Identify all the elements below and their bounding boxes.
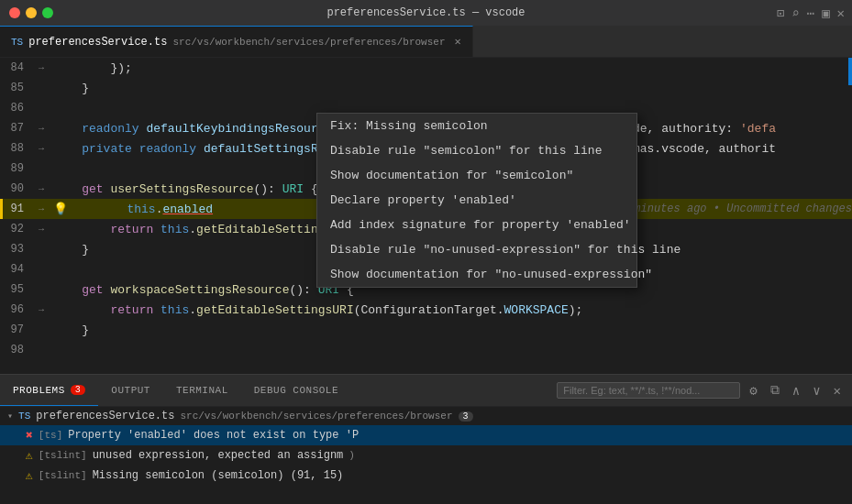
panel-filter-area: ⚙ ⧉ ∧ ∨ ✕: [557, 375, 852, 406]
problem-row-warn1[interactable]: ⚠ [tslint] unused expression, expected a…: [0, 445, 852, 466]
quick-fix-item-4[interactable]: Add index signature for property 'enable…: [317, 213, 636, 237]
problems-filename: preferencesService.ts: [36, 410, 174, 422]
active-tab[interactable]: TS preferencesService.ts src/vs/workbenc…: [0, 26, 473, 57]
code-line-97: 97 }: [0, 320, 852, 340]
line-number: 96: [0, 303, 39, 316]
error-line-marker: [0, 199, 3, 219]
quick-fix-item-2[interactable]: Show documentation for "semicolon": [317, 163, 636, 188]
line-arrow: →: [39, 204, 53, 214]
maximize-traffic-light[interactable]: [42, 7, 53, 18]
line-number: 98: [0, 344, 39, 356]
tab-problems[interactable]: PROBLEMS 3: [0, 375, 98, 406]
warn-icon-1: ⚠: [26, 448, 33, 463]
line-arrow: →: [39, 225, 53, 235]
warn-icon-2: ⚠: [26, 468, 33, 483]
editor-area: 84→ });85 }8687→ readonly defaultKeybind…: [0, 58, 852, 374]
line-number: 87: [0, 122, 39, 135]
tab-filepath: src/vs/workbench/services/preferences/br…: [172, 37, 445, 48]
warn2-source-tag: [tslint]: [39, 470, 87, 481]
quick-fix-menu: Fix: Missing semicolonDisable rule "semi…: [316, 113, 637, 288]
problem-row-error[interactable]: ✖ [ts] Property 'enabled' does not exist…: [0, 425, 852, 445]
scroll-up-icon[interactable]: ∧: [789, 383, 803, 399]
file-type-icon: TS: [18, 411, 30, 422]
panel: PROBLEMS 3 OUTPUT TERMINAL DEBUG CONSOLE…: [0, 374, 852, 504]
terminal-label: TERMINAL: [176, 385, 228, 396]
line-arrow: →: [39, 124, 53, 134]
quick-fix-item-6[interactable]: Show documentation for "no-unused-expres…: [317, 262, 636, 287]
window-actions: ⊡ ⌕ ⋯ ▣ ✕: [777, 5, 845, 21]
collapse-file-icon[interactable]: ▾: [7, 411, 13, 422]
problems-file-badge: 3: [459, 411, 473, 422]
warn1-suffix: ): [349, 450, 355, 461]
ts-file-icon: TS: [11, 37, 23, 48]
code-line-96: 96→ return this.getEditableSettingsURI(C…: [0, 300, 852, 320]
line-arrow: →: [39, 144, 53, 154]
toggle-search-icon[interactable]: ⌕: [791, 5, 799, 21]
line-number: 95: [0, 283, 39, 296]
line-number: 91: [0, 203, 39, 215]
tab-close-button[interactable]: ✕: [455, 35, 461, 49]
tab-bar: TS preferencesService.ts src/vs/workbenc…: [0, 26, 852, 58]
warn1-message: unused expression, expected an assignm: [93, 449, 344, 462]
problems-badge: 3: [71, 385, 86, 395]
panel-tab-bar: PROBLEMS 3 OUTPUT TERMINAL DEBUG CONSOLE…: [0, 375, 852, 407]
warn2-message: Missing semicolon (semicolon) (91, 15): [93, 469, 344, 482]
line-number: 86: [0, 102, 39, 115]
code-line-85: 85 }: [0, 78, 852, 98]
line-number: 93: [0, 243, 39, 256]
close-panel-icon[interactable]: ✕: [830, 383, 845, 399]
more-actions-icon[interactable]: ⋯: [807, 5, 814, 21]
line-number: 88: [0, 142, 39, 155]
problem-row-warn2[interactable]: ⚠ [tslint] Missing semicolon (semicolon)…: [0, 466, 852, 486]
output-label: OUTPUT: [111, 385, 150, 396]
line-number: 85: [0, 82, 39, 94]
filter-input[interactable]: [557, 382, 740, 399]
line-code: }: [53, 323, 852, 337]
error-message: Property 'enabled' does not exist on typ…: [68, 429, 359, 442]
error-source-tag: [ts]: [39, 430, 62, 441]
tab-terminal[interactable]: TERMINAL: [163, 375, 241, 406]
problems-area: ▾ TS preferencesService.ts src/vs/workbe…: [0, 407, 852, 504]
problems-file-path: src/vs/workbench/services/preferences/br…: [180, 411, 452, 422]
line-number: 94: [0, 263, 39, 276]
quick-fix-item-0[interactable]: Fix: Missing semicolon: [317, 114, 636, 138]
line-code: return this.getEditableSettingsURI(Confi…: [53, 303, 852, 317]
tab-filename: preferencesService.ts: [28, 36, 167, 49]
tab-output[interactable]: OUTPUT: [98, 375, 163, 406]
close-editor-icon[interactable]: ✕: [837, 5, 845, 21]
code-line-84: 84→ });: [0, 58, 852, 78]
quick-fix-item-3[interactable]: Declare property 'enabled': [317, 188, 636, 213]
line-number: 90: [0, 182, 39, 195]
collapse-all-icon[interactable]: ⧉: [767, 383, 783, 398]
lightbulb-icon[interactable]: 💡: [53, 202, 68, 216]
problems-file-row: ▾ TS preferencesService.ts src/vs/workbe…: [0, 407, 852, 425]
scroll-down-icon[interactable]: ∨: [809, 383, 824, 399]
debug-console-label: DEBUG CONSOLE: [254, 385, 338, 396]
line-code: });: [53, 61, 852, 75]
close-traffic-light[interactable]: [9, 7, 20, 18]
tab-debug-console[interactable]: DEBUG CONSOLE: [241, 375, 351, 406]
split-editor-icon[interactable]: ⊡: [777, 5, 784, 21]
line-number: 97: [0, 323, 39, 336]
problems-label: PROBLEMS: [13, 385, 65, 396]
line-arrow: →: [39, 305, 53, 315]
layout-icon[interactable]: ▣: [822, 5, 829, 21]
code-line-98: 98: [0, 340, 852, 360]
traffic-lights: [9, 7, 53, 18]
quick-fix-item-1[interactable]: Disable rule "semicolon" for this line: [317, 138, 636, 163]
scroll-indicator: [848, 58, 852, 85]
minimize-traffic-light[interactable]: [26, 7, 37, 18]
quick-fix-item-5[interactable]: Disable rule "no-unused-expression" for …: [317, 237, 636, 262]
line-number: 84: [0, 61, 39, 74]
line-arrow: →: [39, 63, 53, 73]
warn1-source-tag: [tslint]: [39, 450, 87, 461]
filter-settings-icon[interactable]: ⚙: [746, 383, 760, 399]
line-number: 92: [0, 223, 39, 236]
line-code: }: [53, 82, 852, 95]
line-arrow: →: [39, 184, 53, 194]
title-bar: preferencesService.ts — vscode ⊡ ⌕ ⋯ ▣ ✕: [0, 0, 852, 26]
window-title: preferencesService.ts — vscode: [326, 6, 525, 19]
error-icon: ✖: [26, 428, 33, 443]
line-number: 89: [0, 162, 39, 175]
